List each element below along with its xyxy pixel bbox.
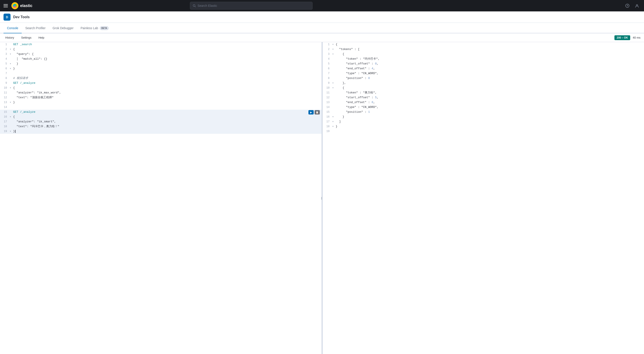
line-gutter [10, 119, 13, 120]
beta-badge: BETA [100, 26, 109, 30]
output-line-number: 1 [324, 42, 332, 47]
output-line-number: 13 [324, 100, 332, 105]
output-line-content: } [336, 114, 642, 119]
output-line-content [336, 129, 642, 129]
line-number: 9 [2, 81, 10, 85]
output-line-gutter: ▾ [332, 119, 336, 124]
line-number: 14 [2, 105, 10, 109]
output-line-number: 11 [324, 90, 332, 95]
output-line-number: 6 [324, 66, 332, 71]
line-gutter [10, 95, 13, 96]
editor-container: 1GET _search2▾{3▾ "query": {4 │ "match_a… [0, 42, 644, 354]
output-line-gutter [332, 61, 336, 62]
line-content: "analyzer": "ik_smart", [13, 119, 320, 124]
help-button[interactable]: Help [36, 35, 46, 40]
output-line-content: "type" : "CN_WORD", [336, 105, 642, 110]
output-line-gutter [332, 57, 336, 57]
line-gutter [10, 110, 13, 110]
line-gutter [10, 57, 13, 57]
svg-point-7 [15, 5, 17, 7]
line-content: "text": "玛卡巴卡，奥力给！" [13, 124, 320, 129]
output-line: 5 "start_offset" : 0, [323, 61, 644, 66]
output-line-content: "token" : "奥力给", [336, 90, 642, 95]
editor-line: 10▾{ [0, 86, 322, 90]
output-line-content: "end_offset" : 8, [336, 100, 642, 105]
output-line-content: "start_offset" : 5, [336, 95, 642, 100]
editor-line: 17 "analyzer": "ik_smart", [0, 119, 322, 124]
output-line-number: 15 [324, 110, 332, 114]
output-line-number: 4 [324, 57, 332, 61]
output-line-number: 12 [324, 95, 332, 100]
output-line: 16▾ } [323, 114, 644, 119]
svg-rect-0 [4, 4, 8, 5]
output-line-content: ] [336, 119, 642, 124]
line-content [13, 105, 320, 105]
output-line-number: 2 [324, 47, 332, 52]
output-line-gutter [332, 71, 336, 72]
output-line-content: }, [336, 81, 642, 86]
output-line: 17▾ ] [323, 119, 644, 124]
line-gutter: ▾ [10, 52, 13, 56]
output-line-number: 10 [324, 86, 332, 90]
tab-search-profiler[interactable]: Search Profiler [22, 23, 49, 33]
svg-line-9 [195, 6, 196, 7]
hamburger-menu-button[interactable] [4, 4, 8, 8]
editor-line: 11 "analyzer": "ik_max_word", [0, 90, 322, 95]
output-line-gutter [332, 90, 336, 91]
run-button[interactable]: ▶ [308, 110, 314, 114]
output-line-gutter [332, 95, 336, 96]
line-number: 2 [2, 47, 10, 52]
settings-button[interactable]: Settings [19, 35, 33, 40]
output-line: 10▾ { [323, 86, 644, 90]
editor-line: 4 │ "match_all": {} [0, 57, 322, 61]
output-line: 14 "type" : "CN_WORD", [323, 105, 644, 110]
elastic-logo: elastic [12, 2, 32, 9]
editor-line: 15GET /_analyze ▶ 📋 [0, 110, 322, 114]
line-number: 19 [2, 129, 10, 134]
line-number: 7 [2, 71, 10, 76]
output-line-gutter [332, 129, 336, 129]
output-line-number: 9 [324, 81, 332, 85]
tab-grok-debugger[interactable]: Grok Debugger [49, 23, 77, 33]
output-line-number: 5 [324, 61, 332, 66]
line-number: 5 [2, 61, 10, 66]
editor-line: 14 [0, 105, 322, 110]
output-line: 18▾} [323, 124, 644, 129]
history-button[interactable]: History [4, 35, 16, 40]
output-line: 6 "end_offset" : 4, [323, 66, 644, 71]
editor-pane[interactable]: 1GET _search2▾{3▾ "query": {4 │ "match_a… [0, 42, 322, 354]
app-header: D Dev Tools [0, 12, 644, 23]
line-number: 3 [2, 52, 10, 56]
editor-line: 9GET /_analyze [0, 81, 322, 86]
line-content: } [13, 66, 320, 71]
output-line-gutter: ▾ [332, 114, 336, 119]
output-line: 2▾ "tokens" : [ [323, 47, 644, 52]
line-content: │ "match_all": {} [13, 57, 320, 61]
output-line: 8 "position" : 0 [323, 76, 644, 81]
line-number: 10 [2, 86, 10, 90]
global-search-input[interactable] [198, 4, 310, 8]
editor-line: 7 [0, 71, 322, 76]
editor-line: 2▾{ [0, 47, 322, 52]
user-avatar-button[interactable] [634, 2, 640, 9]
line-gutter [10, 90, 13, 91]
copy-button[interactable]: 📋 [314, 110, 320, 114]
line-content [13, 71, 320, 71]
tab-painless-lab[interactable]: Painless Lab BETA [77, 23, 112, 33]
output-line-number: 7 [324, 71, 332, 76]
output-line-number: 14 [324, 105, 332, 109]
global-search-bar[interactable] [190, 2, 312, 10]
output-line-gutter: ▾ [332, 124, 336, 129]
output-line: 1▾{ [323, 42, 644, 47]
output-line-gutter: ▾ [332, 42, 336, 47]
elastic-wordmark: elastic [20, 4, 32, 8]
help-nav-button[interactable]: ? [624, 2, 631, 9]
line-content: # 模拟请求 [13, 76, 320, 81]
editor-line: 12 "text": "顶级全栈工程师" [0, 95, 322, 100]
output-line-content: "start_offset" : 0, [336, 61, 642, 66]
output-line-gutter [332, 76, 336, 76]
line-gutter: ▾ [10, 47, 13, 52]
line-content: GET /_analyze [13, 81, 320, 86]
tab-console[interactable]: Console [4, 23, 22, 33]
line-content: { [13, 86, 320, 90]
